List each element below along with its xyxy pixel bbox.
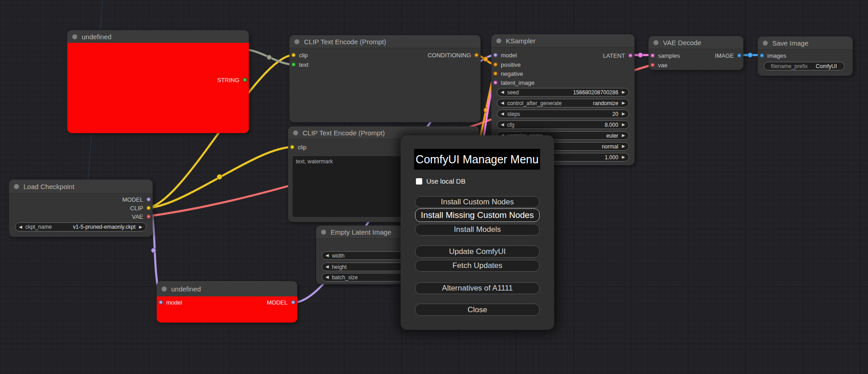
node-clip-text-encode-1[interactable]: CLIP Text Encode (Prompt) clip text COND…	[289, 35, 481, 122]
input-images[interactable]: images	[760, 51, 786, 60]
node-save-image[interactable]: Save Image images filename_prefixComfyUI	[758, 37, 853, 76]
node-error-body	[67, 43, 249, 133]
collapse-dot-icon[interactable]	[162, 286, 167, 291]
wire-dot-string[interactable]	[267, 55, 272, 60]
wire-dot-clip[interactable]	[217, 174, 222, 180]
node-header[interactable]: undefined	[157, 281, 297, 297]
node-header[interactable]: VAE Decode	[649, 36, 743, 49]
increment-icon[interactable]: ▶	[622, 101, 625, 105]
clip-slot-icon[interactable]	[290, 145, 294, 149]
node-header[interactable]: KSampler	[491, 34, 635, 47]
use-local-db-row[interactable]: Use local DB	[416, 177, 466, 185]
latent-slot-icon[interactable]	[628, 53, 633, 58]
node-header[interactable]: Save Image	[758, 37, 853, 50]
node-header[interactable]: CLIP Text Encode (Prompt)	[289, 35, 481, 48]
output-model[interactable]: MODEL	[267, 298, 295, 306]
collapse-dot-icon[interactable]	[321, 230, 326, 235]
fetch-updates-button[interactable]: Fetch Updates	[415, 260, 540, 272]
conditioning-slot-icon[interactable]	[493, 71, 498, 76]
increment-icon[interactable]: ▶	[622, 90, 625, 94]
node-undefined-bottom[interactable]: undefined model MODEL	[157, 281, 297, 323]
wire-dot-samples[interactable]	[638, 53, 643, 58]
increment-icon[interactable]: ▶	[622, 112, 625, 116]
increment-icon[interactable]: ▶	[622, 134, 625, 138]
decrement-icon[interactable]: ◀	[501, 123, 504, 127]
string-slot-icon[interactable]	[291, 62, 296, 67]
model-slot-icon[interactable]	[291, 300, 295, 305]
widget-control-after-generate[interactable]: ◀control_after_generaterandomize▶	[497, 99, 629, 107]
output-latent[interactable]: LATENT	[603, 51, 633, 60]
widget-ckpt-name[interactable]: ◀ckpt_namev1-5-pruned-emaonly.ckpt▶	[15, 222, 146, 231]
output-conditioning[interactable]: CONDITIONING	[428, 51, 479, 59]
use-local-db-checkbox[interactable]	[416, 178, 422, 185]
collapse-dot-icon[interactable]	[294, 39, 299, 44]
clip-slot-icon[interactable]	[146, 206, 151, 210]
collapse-dot-icon[interactable]	[293, 130, 298, 135]
conditioning-slot-icon[interactable]	[493, 62, 498, 67]
input-text[interactable]: text	[291, 60, 308, 69]
image-slot-icon[interactable]	[737, 53, 742, 58]
input-clip[interactable]: clip	[291, 51, 308, 59]
widget-filename-prefix[interactable]: filename_prefixComfyUI	[764, 62, 845, 70]
increment-icon[interactable]: ▶	[622, 123, 625, 127]
collapse-dot-icon[interactable]	[763, 41, 768, 46]
update-comfyui-button[interactable]: Update ComfyUI	[415, 245, 540, 258]
input-latent-image[interactable]: latent_image	[493, 78, 534, 87]
install-missing-custom-nodes-button[interactable]: Install Missing Custom Nodes	[415, 208, 540, 222]
decrement-icon[interactable]: ◀	[501, 101, 504, 105]
install-models-button[interactable]: Install Models	[415, 224, 540, 235]
increment-icon[interactable]: ▶	[622, 155, 625, 159]
latent-slot-icon[interactable]	[493, 80, 498, 85]
model-slot-icon[interactable]	[159, 300, 163, 305]
input-model[interactable]: model	[493, 51, 517, 59]
output-model[interactable]: MODEL	[122, 195, 151, 203]
decrement-icon[interactable]: ◀	[501, 112, 504, 116]
collapse-dot-icon[interactable]	[496, 38, 501, 43]
input-clip[interactable]: clip	[290, 143, 307, 151]
vae-slot-icon[interactable]	[146, 214, 151, 219]
node-graph-canvas[interactable]: undefined STRING CLIP Text Encode (Promp…	[0, 0, 868, 374]
latent-slot-icon[interactable]	[650, 53, 655, 58]
decrement-icon[interactable]: ◀	[19, 225, 22, 229]
input-negative[interactable]: negative	[493, 69, 523, 78]
input-model[interactable]: model	[159, 298, 182, 306]
model-slot-icon[interactable]	[493, 53, 498, 57]
string-slot-icon[interactable]	[243, 78, 247, 82]
widget-seed[interactable]: ◀seed156680208700286▶	[497, 88, 629, 97]
node-load-checkpoint[interactable]: Load Checkpoint MODEL CLIP VAE ◀ckpt_nam…	[9, 180, 153, 237]
decrement-icon[interactable]: ◀	[326, 265, 329, 269]
collapse-dot-icon[interactable]	[14, 184, 19, 189]
image-slot-icon[interactable]	[760, 53, 764, 58]
output-string[interactable]: STRING	[217, 76, 247, 84]
wire-dot-model[interactable]	[151, 248, 156, 253]
install-custom-nodes-button[interactable]: Install Custom Nodes	[415, 196, 540, 208]
model-slot-icon[interactable]	[146, 197, 151, 202]
decrement-icon[interactable]: ◀	[326, 254, 329, 258]
collapse-dot-icon[interactable]	[72, 34, 77, 39]
conditioning-slot-icon[interactable]	[474, 53, 479, 57]
vae-slot-icon[interactable]	[650, 63, 655, 67]
increment-icon[interactable]: ▶	[139, 225, 142, 229]
node-header[interactable]: Load Checkpoint	[9, 180, 153, 194]
output-vae[interactable]: VAE	[132, 212, 151, 221]
clip-slot-icon[interactable]	[291, 53, 296, 57]
wire-dot-positive[interactable]	[483, 57, 488, 62]
output-image[interactable]: IMAGE	[715, 51, 742, 60]
node-undefined-top[interactable]: undefined STRING	[67, 30, 249, 133]
close-button[interactable]: Close	[415, 304, 540, 316]
node-header[interactable]: undefined	[67, 30, 249, 43]
increment-icon[interactable]: ▶	[622, 144, 625, 148]
widget-steps[interactable]: ◀steps20▶	[497, 110, 629, 118]
decrement-icon[interactable]: ◀	[326, 275, 329, 279]
dialog-title: ComfyUI Manager Menu	[414, 149, 540, 170]
wire-dot-images[interactable]	[748, 53, 753, 58]
node-vae-decode[interactable]: VAE Decode samples vae IMAGE	[649, 36, 743, 70]
decrement-icon[interactable]: ◀	[501, 90, 504, 94]
widget-cfg[interactable]: ◀cfg8.000▶	[497, 120, 629, 129]
collapse-dot-icon[interactable]	[653, 40, 658, 45]
input-samples[interactable]: samples	[650, 51, 680, 60]
alternatives-of-a1111-button[interactable]: Alternatives of A1111	[415, 282, 540, 294]
input-positive[interactable]: positive	[493, 60, 521, 69]
output-clip[interactable]: CLIP	[130, 204, 151, 212]
input-vae[interactable]: vae	[650, 61, 667, 69]
